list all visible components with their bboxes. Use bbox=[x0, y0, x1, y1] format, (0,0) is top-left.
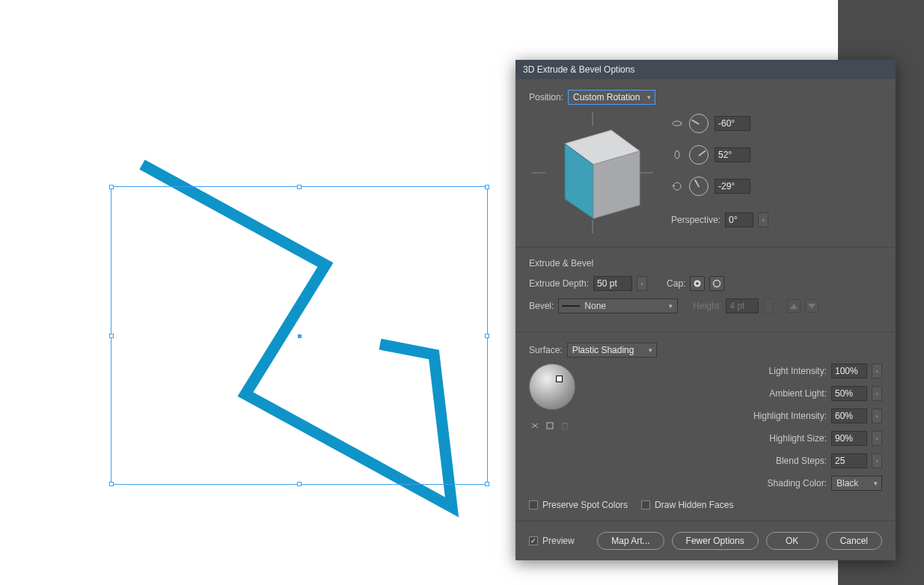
preserve-spot-label: Preserve Spot Colors bbox=[542, 500, 628, 510]
resize-handle-bc[interactable] bbox=[297, 482, 302, 486]
perspective-input[interactable]: 0° bbox=[725, 212, 753, 227]
cap-on-icon bbox=[693, 279, 702, 288]
bevel-select[interactable]: None bbox=[558, 298, 678, 313]
rotate-y-dial[interactable] bbox=[689, 145, 709, 165]
resize-handle-lc[interactable] bbox=[109, 334, 114, 338]
highlight-intensity-input[interactable]: 60% bbox=[831, 408, 867, 423]
resize-handle-br[interactable] bbox=[485, 482, 489, 486]
checkbox-checked-icon: ✓ bbox=[529, 536, 538, 545]
shading-color-label: Shading Color: bbox=[737, 478, 827, 488]
draw-hidden-checkbox[interactable]: Draw Hidden Faces bbox=[641, 500, 733, 510]
dialog-title[interactable]: 3D Extrude & Bevel Options bbox=[515, 60, 896, 79]
highlight-size-stepper[interactable]: › bbox=[872, 431, 882, 446]
highlight-size-input[interactable]: 90% bbox=[831, 431, 867, 446]
resize-handle-bl[interactable] bbox=[109, 482, 114, 486]
fewer-options-button[interactable]: Fewer Options bbox=[672, 532, 759, 550]
bevel-height-input: 4 pt bbox=[726, 298, 759, 313]
bevel-height-stepper: › bbox=[763, 298, 774, 313]
svg-rect-13 bbox=[563, 423, 567, 429]
bevel-height-label: Height: bbox=[693, 301, 721, 311]
blend-steps-label: Blend Steps: bbox=[737, 456, 827, 466]
surface-value: Plastic Shading bbox=[572, 345, 634, 355]
extrude-section-title: Extrude & Bevel bbox=[529, 258, 882, 269]
surface-section: Surface: Plastic Shading bbox=[515, 332, 896, 521]
selection-bounding-box[interactable] bbox=[111, 186, 488, 485]
extrude-depth-label: Extrude Depth: bbox=[529, 278, 589, 289]
cap-off-button[interactable] bbox=[709, 276, 724, 291]
dialog-footer: ✓ Preview Map Art... Fewer Options OK Ca… bbox=[515, 521, 896, 560]
position-label: Position: bbox=[529, 92, 563, 102]
blend-steps-stepper[interactable]: › bbox=[872, 453, 882, 468]
trash-icon bbox=[561, 421, 569, 430]
cap-on-button[interactable] bbox=[690, 276, 705, 291]
highlight-intensity-stepper[interactable]: › bbox=[872, 408, 882, 423]
new-light-icon bbox=[545, 421, 554, 430]
position-section: Position: Custom Rotation bbox=[515, 79, 896, 248]
shading-color-value: Black bbox=[836, 478, 858, 488]
preserve-spot-checkbox[interactable]: Preserve Spot Colors bbox=[529, 500, 628, 510]
rotate-x-icon bbox=[671, 119, 683, 128]
bevel-preview-icon bbox=[562, 305, 580, 307]
blend-steps-input[interactable]: 25 bbox=[831, 453, 867, 468]
rotation-cube-preview[interactable] bbox=[529, 109, 656, 236]
position-value: Custom Rotation bbox=[573, 92, 640, 102]
move-light-back-button[interactable] bbox=[529, 420, 541, 431]
perspective-label: Perspective: bbox=[671, 215, 720, 225]
preview-checkbox[interactable]: ✓ Preview bbox=[529, 536, 575, 546]
preview-label: Preview bbox=[542, 536, 575, 546]
svg-point-10 bbox=[696, 282, 699, 285]
resize-handle-tr[interactable] bbox=[485, 185, 489, 189]
light-intensity-label: Light Intensity: bbox=[737, 366, 827, 376]
ambient-light-input[interactable]: 50% bbox=[831, 386, 867, 401]
checkbox-icon bbox=[641, 500, 650, 509]
cap-label: Cap: bbox=[667, 278, 685, 289]
cap-off-icon bbox=[712, 279, 721, 288]
perspective-stepper[interactable]: › bbox=[758, 212, 768, 227]
draw-hidden-label: Draw Hidden Faces bbox=[655, 500, 733, 510]
delete-light-button bbox=[559, 420, 571, 431]
ambient-light-stepper[interactable]: › bbox=[872, 386, 882, 401]
bevel-out-icon bbox=[807, 302, 816, 310]
extrude-bevel-section: Extrude & Bevel Extrude Depth: 50 pt › C… bbox=[515, 248, 896, 332]
resize-handle-tl[interactable] bbox=[109, 185, 114, 189]
svg-point-8 bbox=[675, 151, 679, 159]
sphere-icon bbox=[529, 364, 575, 410]
extrude-depth-input[interactable]: 50 pt bbox=[593, 276, 632, 291]
bevel-extent-out-button bbox=[805, 299, 819, 313]
map-art-button[interactable]: Map Art... bbox=[597, 532, 664, 550]
position-select[interactable]: Custom Rotation bbox=[568, 90, 655, 105]
bevel-extent-in-button bbox=[787, 299, 801, 313]
checkbox-icon bbox=[529, 500, 538, 509]
ok-button[interactable]: OK bbox=[766, 532, 819, 550]
highlight-intensity-label: Highlight Intensity: bbox=[737, 411, 827, 421]
highlight-size-label: Highlight Size: bbox=[737, 433, 827, 444]
light-sphere[interactable] bbox=[529, 364, 580, 414]
new-light-button[interactable] bbox=[544, 420, 556, 431]
rotate-x-dial[interactable] bbox=[689, 114, 709, 133]
svg-point-11 bbox=[714, 281, 720, 287]
surface-select[interactable]: Plastic Shading bbox=[567, 343, 657, 358]
rotate-y-input[interactable]: 52° bbox=[715, 147, 750, 162]
light-intensity-stepper[interactable]: › bbox=[872, 364, 882, 379]
light-intensity-input[interactable]: 100% bbox=[831, 364, 867, 379]
selection-center-icon bbox=[298, 334, 302, 338]
surface-label: Surface: bbox=[529, 345, 563, 355]
bevel-in-icon bbox=[789, 302, 798, 310]
rotate-y-icon bbox=[671, 150, 683, 159]
svg-rect-12 bbox=[547, 423, 553, 429]
rotate-z-icon bbox=[671, 182, 683, 191]
bevel-value: None bbox=[584, 301, 606, 311]
rotate-x-input[interactable]: -60° bbox=[715, 116, 750, 131]
rotate-z-input[interactable]: -29° bbox=[715, 179, 750, 194]
extrude-depth-stepper[interactable]: › bbox=[637, 276, 647, 291]
light-handle[interactable] bbox=[556, 376, 563, 382]
shading-color-select[interactable]: Black bbox=[831, 476, 882, 491]
bevel-label: Bevel: bbox=[529, 301, 554, 311]
rotate-z-dial[interactable] bbox=[689, 177, 709, 196]
cancel-button[interactable]: Cancel bbox=[826, 532, 882, 550]
ambient-light-label: Ambient Light: bbox=[737, 388, 827, 399]
resize-handle-rc[interactable] bbox=[485, 334, 489, 338]
resize-handle-tc[interactable] bbox=[297, 185, 302, 189]
light-back-icon bbox=[530, 422, 540, 429]
extrude-bevel-dialog: 3D Extrude & Bevel Options Position: Cus… bbox=[515, 60, 896, 560]
